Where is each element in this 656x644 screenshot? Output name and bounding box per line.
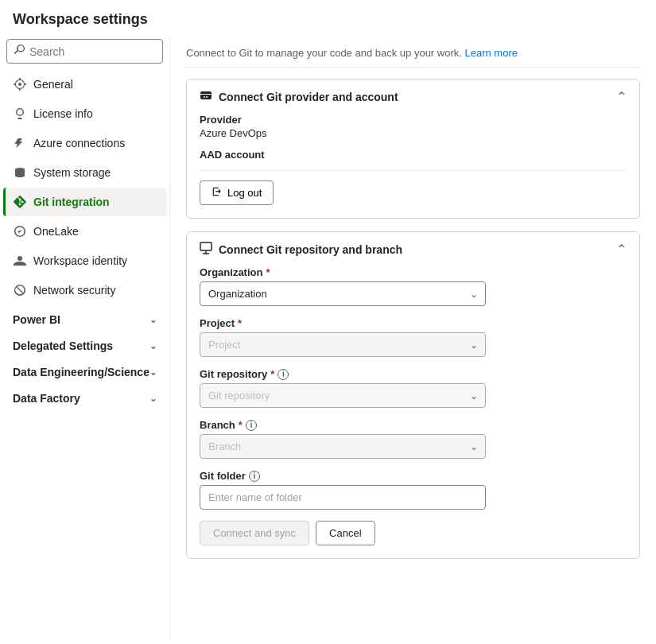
org-field: Organization * Organization ⌄	[200, 266, 627, 306]
git-repo-card: Connect Git repository and branch ⌃ Orga…	[186, 231, 640, 559]
chevron-down-icon-powerbi: ⌄	[149, 315, 157, 325]
repo-select-wrapper: Git repository ⌄	[200, 383, 486, 408]
sidebar-item-storage[interactable]: System storage	[3, 158, 166, 187]
git-provider-card-header[interactable]: Connect Git provider and account ⌃	[187, 80, 639, 114]
repo-info-icon[interactable]: i	[278, 369, 289, 380]
repo-field: Git repository * i Git repository ⌄	[200, 368, 627, 408]
git-provider-header-icon	[200, 89, 212, 104]
learn-more-link[interactable]: Learn more	[465, 47, 518, 59]
provider-value: Azure DevOps	[200, 127, 627, 139]
cancel-button[interactable]: Cancel	[316, 521, 375, 545]
git-repo-header-icon	[200, 242, 212, 257]
logout-icon	[212, 186, 223, 200]
nav-section-delegated[interactable]: Delegated Settings ⌄	[3, 332, 166, 357]
sidebar-item-storage-label: System storage	[33, 166, 111, 179]
branch-select[interactable]: Branch	[200, 434, 486, 459]
project-select-wrapper: Project ⌄	[200, 332, 486, 357]
sidebar-item-onelake-label: OneLake	[33, 225, 79, 238]
folder-input[interactable]	[200, 485, 486, 510]
license-icon	[13, 107, 27, 121]
project-label: Project *	[200, 317, 627, 329]
sidebar-item-network[interactable]: Network security	[3, 276, 166, 305]
chevron-down-icon-data-factory: ⌄	[149, 394, 157, 404]
nav-section-data-factory[interactable]: Data Factory ⌄	[3, 384, 166, 409]
aad-label: AAD account	[200, 149, 627, 161]
nav-section-powerbi-label: Power BI	[13, 313, 60, 326]
sidebar-item-general-label: General	[33, 78, 73, 91]
sidebar-item-git[interactable]: Git integration	[3, 188, 166, 216]
nav-section-powerbi[interactable]: Power BI ⌄	[3, 305, 166, 331]
project-field: Project * Project ⌄	[200, 317, 627, 357]
collapse-icon-provider: ⌃	[616, 89, 627, 104]
sidebar-item-azure[interactable]: Azure connections	[3, 129, 166, 157]
general-icon	[13, 77, 27, 91]
git-icon	[13, 195, 27, 209]
sidebar-item-identity-label: Workspace identity	[33, 254, 127, 267]
branch-info-icon[interactable]: i	[246, 420, 257, 431]
chevron-down-icon-data-eng: ⌄	[149, 367, 157, 378]
search-input[interactable]	[29, 45, 156, 58]
branch-select-wrapper: Branch ⌄	[200, 434, 486, 459]
logout-button[interactable]: Log out	[200, 180, 274, 205]
storage-icon	[13, 165, 27, 180]
connect-sync-button[interactable]: Connect and sync	[200, 521, 309, 545]
org-select[interactable]: Organization	[200, 281, 486, 306]
chevron-down-icon-delegated: ⌄	[149, 341, 157, 351]
nav-section-data-engineering-label: Data Engineering/Science	[13, 366, 149, 378]
action-buttons: Connect and sync Cancel	[200, 521, 627, 545]
branch-required-marker: *	[239, 419, 243, 431]
search-box[interactable]	[6, 39, 163, 64]
repo-select[interactable]: Git repository	[200, 383, 486, 408]
main-subtitle: Connect to Git to manage your code and b…	[186, 36, 640, 68]
org-select-wrapper: Organization ⌄	[200, 281, 486, 306]
project-select[interactable]: Project	[200, 332, 486, 357]
svg-rect-2	[200, 242, 212, 250]
sidebar-item-license-label: License info	[33, 107, 93, 120]
sidebar-item-azure-label: Azure connections	[33, 137, 125, 149]
git-repo-card-body: Organization * Organization ⌄ Project *	[187, 266, 639, 558]
sidebar-item-license[interactable]: License info	[3, 99, 166, 128]
branch-label: Branch * i	[200, 419, 627, 431]
sidebar-item-general[interactable]: General	[3, 70, 166, 99]
branch-field: Branch * i Branch ⌄	[200, 419, 627, 459]
folder-info-icon[interactable]: i	[249, 471, 260, 482]
onelake-icon	[13, 224, 27, 239]
card-divider	[200, 170, 627, 171]
collapse-icon-repo: ⌃	[616, 242, 627, 257]
main-content: Connect to Git to manage your code and b…	[170, 36, 656, 640]
nav-section-data-factory-label: Data Factory	[13, 392, 80, 405]
sidebar: General License info Azure connections S…	[0, 36, 170, 640]
nav-section-delegated-label: Delegated Settings	[13, 339, 113, 352]
sidebar-item-network-label: Network security	[33, 284, 115, 297]
svg-point-0	[18, 83, 21, 86]
search-icon	[14, 45, 25, 58]
azure-icon	[13, 136, 27, 150]
repo-label: Git repository * i	[200, 368, 627, 380]
repo-required-marker: *	[270, 368, 274, 380]
git-provider-card: Connect Git provider and account ⌃ Provi…	[186, 79, 640, 219]
page-title: Workspace settings	[0, 0, 656, 36]
identity-icon	[13, 254, 27, 268]
logout-label: Log out	[227, 187, 262, 199]
org-required-marker: *	[266, 266, 270, 278]
nav-section-data-engineering[interactable]: Data Engineering/Science ⌄	[3, 358, 166, 383]
sidebar-item-onelake[interactable]: OneLake	[3, 217, 166, 246]
folder-label: Git folder i	[200, 470, 627, 482]
org-label: Organization *	[200, 266, 627, 278]
git-provider-card-body: Provider Azure DevOps AAD account Log ou…	[187, 114, 639, 218]
folder-field: Git folder i	[200, 470, 627, 510]
provider-label: Provider	[200, 114, 627, 126]
sidebar-item-identity[interactable]: Workspace identity	[3, 246, 166, 275]
git-provider-header-label: Connect Git provider and account	[219, 91, 398, 103]
sidebar-item-git-label: Git integration	[33, 196, 110, 208]
git-repo-card-header[interactable]: Connect Git repository and branch ⌃	[187, 232, 639, 266]
project-required-marker: *	[238, 317, 242, 329]
git-repo-header-label: Connect Git repository and branch	[219, 243, 402, 256]
network-icon	[13, 283, 27, 297]
